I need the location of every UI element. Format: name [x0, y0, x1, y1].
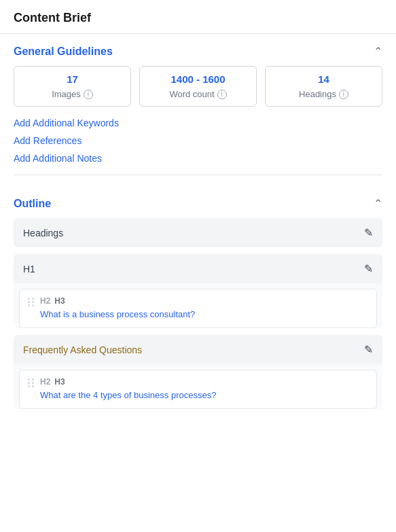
word-count-label: Word count	[169, 89, 214, 99]
faq-heading-tags: H2 H3	[40, 377, 368, 387]
links-list: Add Additional Keywords Add References A…	[14, 118, 382, 175]
word-count-info-icon[interactable]: i	[217, 90, 227, 99]
headings-group-label: Headings	[23, 228, 63, 238]
h1-item-content: H2 H3 What is a business process consult…	[40, 296, 368, 321]
drag-dot	[28, 382, 30, 384]
faq-drag-handle[interactable]	[28, 378, 35, 387]
drag-dot	[32, 385, 34, 387]
drag-dot	[28, 301, 30, 303]
faq-header: Frequently Asked Questions ✎	[14, 335, 382, 364]
h1-header: H1 ✎	[14, 254, 382, 283]
drag-dot	[32, 378, 34, 380]
outline-section: Outline ⌃ Headings ✎ H1 ✎	[0, 186, 396, 409]
h2-tag: H2	[40, 296, 50, 306]
images-stat-card: 17 Images i	[14, 66, 131, 107]
images-info-icon[interactable]: i	[84, 90, 93, 99]
headings-group: Headings ✎	[14, 218, 382, 247]
headings-info-icon[interactable]: i	[339, 90, 348, 99]
drag-dot	[28, 304, 30, 306]
h1-drag-handle[interactable]	[28, 298, 35, 306]
drag-dot	[28, 298, 30, 300]
add-notes-link[interactable]: Add Additional Notes	[14, 153, 382, 164]
stats-row: 17 Images i 1400 - 1600 Word count i 14 …	[14, 66, 382, 107]
general-guidelines-section: General Guidelines ⌃ 17 Images i 1400 - …	[0, 34, 396, 175]
headings-label-row: Headings i	[299, 89, 348, 99]
headings-group-header: Headings ✎	[14, 218, 382, 247]
faq-item-text: What are the 4 types of business process…	[40, 390, 216, 400]
general-guidelines-collapse-icon[interactable]: ⌃	[374, 45, 382, 58]
drag-dot	[32, 298, 34, 300]
faq-item-content: H2 H3 What are the 4 types of business p…	[40, 377, 368, 402]
outline-collapse-icon[interactable]: ⌃	[374, 197, 382, 210]
h1-heading-tags: H2 H3	[40, 296, 368, 306]
h1-label: H1	[23, 264, 35, 274]
faq-h3-tag: H3	[54, 377, 65, 387]
word-count-label-row: Word count i	[169, 89, 226, 99]
images-value: 17	[67, 73, 78, 85]
drag-dot	[28, 385, 30, 387]
drag-dot	[32, 382, 34, 384]
faq-label: Frequently Asked Questions	[23, 344, 142, 355]
drag-dots	[28, 378, 35, 387]
headings-label: Headings	[299, 89, 336, 99]
headings-stat-card: 14 Headings i	[265, 66, 382, 107]
images-label: Images	[52, 89, 81, 99]
images-label-row: Images i	[52, 89, 93, 99]
h3-tag: H3	[54, 296, 65, 306]
faq-edit-icon[interactable]: ✎	[364, 343, 373, 356]
faq-h2-tag: H2	[40, 377, 50, 387]
faq-section: Frequently Asked Questions ✎ H2 H3	[14, 335, 382, 409]
general-guidelines-header: General Guidelines ⌃	[14, 34, 382, 66]
h1-section: H1 ✎ H2 H3 What is a business pro	[14, 254, 382, 328]
general-guidelines-title: General Guidelines	[14, 46, 113, 58]
page-title: Content Brief	[0, 0, 396, 34]
headings-value: 14	[318, 73, 329, 85]
h1-item-text: What is a business process consultant?	[40, 309, 195, 319]
add-keywords-link[interactable]: Add Additional Keywords	[14, 118, 382, 128]
faq-sub-item-1: H2 H3 What are the 4 types of business p…	[19, 370, 377, 409]
drag-dots	[28, 298, 35, 306]
drag-dot	[28, 378, 30, 380]
outline-header: Outline ⌃	[14, 186, 382, 218]
h1-edit-icon[interactable]: ✎	[364, 262, 373, 275]
headings-edit-icon[interactable]: ✎	[364, 226, 373, 239]
word-count-value: 1400 - 1600	[170, 73, 225, 85]
add-references-link[interactable]: Add References	[14, 135, 382, 146]
h1-sub-item-1: H2 H3 What is a business process consult…	[19, 289, 377, 328]
drag-dot	[32, 304, 34, 306]
word-count-stat-card: 1400 - 1600 Word count i	[139, 66, 257, 107]
outline-title: Outline	[14, 198, 51, 210]
drag-dot	[32, 301, 34, 303]
